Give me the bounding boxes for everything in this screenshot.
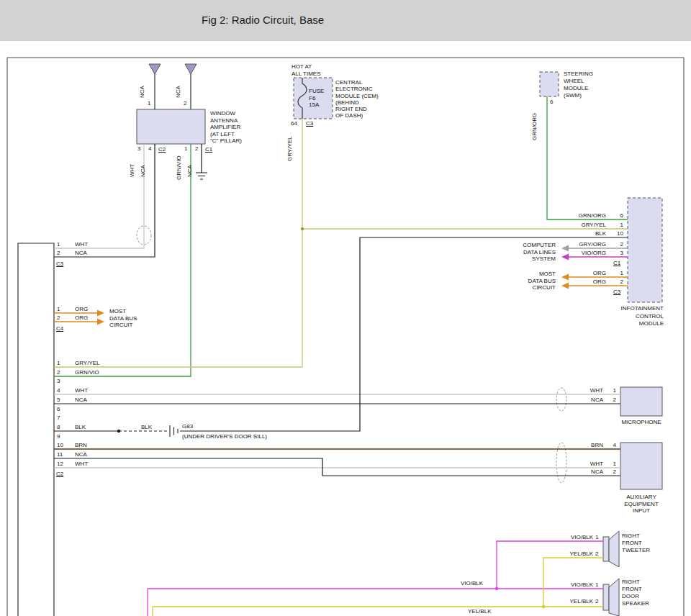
antenna1-wire-label: NCA [139, 86, 146, 98]
radio-wire-label: BRN [75, 442, 87, 449]
inline-connector-icons [137, 226, 566, 483]
cem-conn: C3 [306, 120, 313, 127]
mic-pin: 1 [608, 387, 616, 394]
amp-pin4: 4 [148, 145, 151, 153]
icm-wire-label: BLK [573, 230, 606, 237]
swm-wire-label: GRN/ORG [531, 113, 538, 140]
icm-pin: 2 [610, 241, 623, 248]
radio-module-outline [18, 243, 54, 616]
hot-at-all-times-label: HOT AT ALL TIMES [292, 63, 320, 77]
junction-dots [117, 227, 545, 608]
amp-wire4-label: NCA [140, 165, 147, 177]
microphone-label: MICROPHONE [615, 419, 668, 426]
amp-pin3: 3 [137, 145, 140, 153]
icm-wire-label: VIO/ORG [573, 250, 606, 257]
computer-data-lines-label: COMPUTER DATA LINES SYSTEM [502, 242, 556, 263]
door-speaker-label: RIGHT FRONT DOOR SPEAKER [622, 579, 649, 607]
radio-wire-label: NCA [75, 451, 87, 458]
amplifier-box [137, 109, 205, 144]
microphone-box [620, 387, 662, 416]
fuse-label: FUSE F6 15A [309, 88, 324, 109]
amp-wire3-label: WHT [129, 164, 136, 177]
door-wire-label: YEL/BLK [561, 598, 593, 605]
radio-pin: 6 [57, 406, 60, 413]
radio-pin: 7 [57, 415, 60, 422]
vio-blk-wires [148, 541, 603, 616]
amp-wire2-label: NCA [186, 165, 194, 177]
door-speaker-cone-icon [609, 579, 619, 616]
icm-wire-label: GRN/ORG [573, 212, 606, 219]
ground-symbols [170, 173, 207, 437]
icm-wire-label: ORG [573, 270, 606, 277]
icm-pin: 6 [610, 212, 623, 219]
ground-name: G83 [182, 423, 193, 430]
radio-wire-label: BLK [75, 424, 86, 431]
mic-pin: 2 [608, 397, 616, 404]
antenna-icon [185, 64, 197, 74]
radio-pin: 2 [57, 314, 60, 322]
swm-box [540, 72, 559, 96]
antenna1-pin: 1 [148, 100, 150, 107]
icm-wire-label: GRY/YEL [573, 222, 606, 229]
radio-pin: 4 [57, 387, 60, 394]
cem-wire-label: GRY/YEL [286, 136, 294, 161]
icm-conn-c3: C3 [613, 289, 620, 296]
door-speaker-icon [603, 584, 609, 610]
radio-conn-c2: C2 [56, 471, 63, 478]
icm-pin: 1 [610, 222, 623, 229]
tweeter-label: RIGHT FRONT TWEETER [622, 533, 650, 554]
amp-pin1: 1 [184, 145, 187, 153]
door-wire-label: VIO/BLK [561, 581, 593, 589]
icm-wire-label: ORG [573, 278, 606, 286]
amp-ground-icon [196, 173, 207, 179]
antenna-icon [149, 64, 161, 74]
radio-pin: 10 [57, 442, 63, 449]
aux-wire-label: NCA [574, 468, 603, 476]
yel-blk-wires [153, 558, 603, 616]
radio-pin: 5 [57, 397, 60, 404]
amplifier-label: WINDOW ANTENNA AMPLIFIER (AT LEFT "C" PI… [210, 110, 242, 145]
tweeter-wire-label: YEL/BLK [561, 551, 593, 558]
door-pin: 1 [595, 581, 598, 589]
amp-wire1-label: GRN/VIO [176, 155, 183, 180]
amp-pin2: 2 [195, 145, 198, 153]
mic-wire-label: NCA [574, 397, 603, 404]
door-branch-vio-label: VIO/BLK [461, 580, 483, 587]
radio-pin: 2 [57, 250, 60, 257]
most-data-bus-label-right: MOST DATA BUS CIRCUIT [502, 271, 556, 291]
aux-box [620, 443, 662, 489]
radio-wire-label: GRN/VIO [75, 369, 99, 376]
ground-location: (UNDER DRIVER'S DOOR SILL) [182, 433, 267, 440]
icm-pin: 2 [610, 278, 623, 286]
aux-label: AUXILIARY EQUIPMENT INPUT [619, 494, 664, 515]
radio-pin: 1 [57, 306, 60, 313]
amp-conn-c2: C2 [158, 146, 166, 153]
radio-wire-label: NCA [75, 397, 87, 404]
cem-label: CENTRAL ELECTRONIC MODULE (CEM) (BEHIND … [335, 79, 379, 119]
diagram-page: Fig 2: Radio Circuit, Base [0, 0, 691, 616]
swm-label: STEERING WHEEL MODULE (SWM) [564, 71, 593, 99]
radio-conn-c4: C4 [56, 325, 63, 332]
aux-pin: 1 [608, 461, 616, 468]
swm-pin: 6 [550, 99, 553, 106]
radio-pin: 1 [57, 241, 60, 248]
antenna2-wire-label: NCA [175, 86, 182, 98]
g83-ground-icon [170, 425, 178, 437]
icm-pin: 1 [610, 270, 623, 277]
antenna2-pin: 2 [184, 100, 186, 107]
antenna-symbols [149, 64, 197, 109]
radio-pin: 1 [57, 360, 60, 367]
tweeter-pin: 1 [595, 534, 598, 541]
amp-conn-c1: C1 [205, 146, 212, 153]
aux-pin: 2 [608, 468, 616, 476]
radio-pin: 2 [57, 369, 60, 376]
radio-pin: 8 [57, 424, 60, 431]
aux-pin: 4 [608, 442, 616, 449]
aux-wire-label: WHT [574, 461, 603, 468]
radio-conn-c3: C3 [56, 261, 63, 268]
tweeter-speaker-icon [603, 537, 609, 561]
icm-pin: 3 [610, 250, 623, 257]
mic-wire-label: WHT [574, 387, 603, 394]
radio-wire-label: WHT [75, 241, 88, 248]
blk-wires [54, 144, 628, 476]
